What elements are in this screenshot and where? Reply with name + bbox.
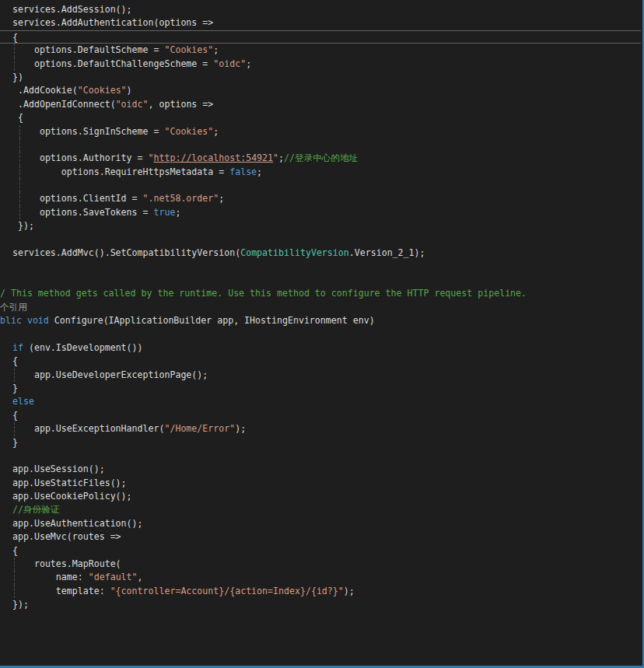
code-token: }	[12, 383, 18, 393]
code-token: else	[12, 396, 34, 407]
indent-guide	[14, 571, 15, 584]
code-token: ,	[138, 572, 143, 582]
code-token: services.AddSession();	[12, 4, 132, 15]
code-token: ;	[213, 126, 219, 137]
code-token: services.AddMvc().SetCompatibilityVersio…	[12, 247, 240, 258]
code-line-20[interactable]	[0, 260, 641, 273]
code-line-19[interactable]: services.AddMvc().SetCompatibilityVersio…	[0, 247, 641, 260]
code-line-43[interactable]: name: "default",	[0, 571, 641, 584]
code-line-36[interactable]: app.UseStaticFiles();	[0, 477, 641, 490]
indent-guide	[19, 206, 20, 219]
code-line-26[interactable]: if (env.IsDevelopment())	[0, 341, 641, 355]
code-token: routes.MapRoute(	[12, 558, 121, 569]
code-line-15[interactable]: options.ClientId = ".net58.order";	[0, 192, 641, 205]
code-token: ".net58.order"	[143, 193, 219, 204]
indent-guide	[19, 192, 20, 205]
indent-guide	[19, 152, 20, 165]
code-line-18[interactable]	[0, 233, 641, 247]
code-token: //登录中心的地址	[284, 152, 358, 163]
code-line-6[interactable]: })	[0, 71, 641, 84]
code-line-23[interactable]: 个引用	[0, 301, 641, 314]
code-line-30[interactable]: else	[0, 395, 641, 408]
indent-guide	[19, 138, 20, 152]
code-token: if	[12, 342, 23, 353]
code-line-1[interactable]: services.AddSession();	[0, 3, 641, 16]
code-token: app.UseExceptionHandler(	[12, 423, 164, 434]
code-token: options.DefaultScheme =	[12, 44, 164, 55]
code-line-44[interactable]: template: "{controller=Account}/{action=…	[0, 585, 641, 598]
code-line-29[interactable]: }	[0, 382, 641, 395]
code-token: options.RequireHttpsMetadata =	[12, 166, 229, 177]
code-token: "	[149, 152, 154, 163]
code-token: {	[12, 355, 18, 366]
code-line-9[interactable]: {	[0, 111, 641, 124]
code-token: ;	[213, 44, 219, 55]
code-line-41[interactable]: {	[0, 544, 641, 558]
code-line-14[interactable]	[0, 179, 641, 192]
code-token: template:	[12, 586, 110, 596]
code-token: "default"	[89, 572, 138, 582]
indent-guide	[14, 58, 15, 71]
code-line-16[interactable]: options.SaveTokens = true;	[0, 206, 641, 219]
code-line-17[interactable]: });	[0, 219, 641, 233]
code-token: })	[12, 72, 23, 82]
code-token: options.ClientId =	[12, 193, 143, 204]
code-token: false	[229, 166, 257, 177]
current-line[interactable]: {	[0, 30, 641, 44]
code-line-2[interactable]: services.AddAuthentication(options =>	[0, 16, 641, 30]
code-token: "/Home/Error"	[164, 423, 235, 434]
code-line-21[interactable]	[0, 274, 641, 287]
code-token: app.UseCookiePolicy();	[12, 491, 132, 502]
code-line-24[interactable]: blic void Configure(IApplicationBuilder …	[0, 314, 641, 327]
code-token: true	[153, 207, 175, 218]
code-token: / This method gets called by the runtime…	[0, 288, 527, 299]
code-token: app.UseStaticFiles();	[12, 477, 127, 488]
code-token: services.AddAuthentication(options =>	[12, 17, 213, 28]
code-line-10[interactable]: options.SignInScheme = "Cookies";	[0, 125, 641, 138]
code-token: Configure(IApplicationBuilder app, IHost…	[49, 315, 375, 326]
indent-guide	[14, 44, 15, 57]
code-line-28[interactable]: app.UseDeveloperExceptionPage();	[0, 369, 641, 382]
code-line-5[interactable]: options.DefaultChallengeScheme = "oidc";	[0, 58, 641, 71]
code-line-22[interactable]: / This method gets called by the runtime…	[0, 287, 641, 300]
code-token: {	[12, 545, 18, 556]
code-line-39[interactable]: app.UseAuthentication();	[0, 517, 641, 530]
code-line-33[interactable]: }	[0, 436, 641, 449]
code-line-12[interactable]: options.Authority = "http://localhost:54…	[0, 152, 641, 165]
code-token: app.UseSession();	[12, 463, 105, 474]
code-line-4[interactable]: options.DefaultScheme = "Cookies";	[0, 44, 641, 57]
code-token: blic void	[0, 315, 49, 326]
code-line-31[interactable]: {	[0, 409, 641, 422]
code-token: .AddOpenIdConnect(	[12, 99, 116, 110]
codelens-references[interactable]: 个引用	[0, 302, 27, 313]
code-line-40[interactable]: app.UseMvc(routes =>	[0, 530, 641, 544]
code-line-13[interactable]: options.RequireHttpsMetadata = false;	[0, 166, 641, 179]
code-line-25[interactable]	[0, 327, 641, 341]
code-token: //身份验证	[12, 504, 59, 515]
code-line-35[interactable]: app.UseSession();	[0, 463, 641, 476]
code-line-32[interactable]: app.UseExceptionHandler("/Home/Error");	[0, 422, 641, 435]
indent-guide	[14, 369, 15, 382]
code-line-45[interactable]: });	[0, 598, 641, 611]
code-token: options.SignInScheme =	[12, 126, 164, 137]
code-line-34[interactable]	[0, 449, 641, 463]
code-token: });	[12, 220, 34, 231]
code-line-27[interactable]: {	[0, 355, 641, 368]
code-token: app.UseAuthentication();	[12, 518, 143, 529]
code-token: {	[12, 32, 18, 43]
code-token: ;	[175, 207, 180, 218]
code-token: ;	[278, 152, 284, 163]
code-token: ;	[219, 193, 224, 204]
code-line-8[interactable]: .AddOpenIdConnect("oidc", options =>	[0, 98, 641, 111]
code-line-37[interactable]: app.UseCookiePolicy();	[0, 490, 641, 503]
url-link[interactable]: http://localhost:54921	[154, 152, 274, 163]
code-line-38[interactable]: //身份验证	[0, 503, 641, 516]
code-line-11[interactable]	[0, 138, 641, 152]
indent-guide	[19, 166, 20, 179]
code-editor[interactable]: services.AddSession();services.AddAuthen…	[0, 3, 641, 612]
code-token: ;	[246, 58, 251, 69]
code-line-42[interactable]: routes.MapRoute(	[0, 558, 641, 571]
code-token: app.UseMvc(routes =>	[12, 531, 121, 542]
indent-guide	[14, 422, 15, 435]
code-line-7[interactable]: .AddCookie("Cookies")	[0, 84, 641, 97]
